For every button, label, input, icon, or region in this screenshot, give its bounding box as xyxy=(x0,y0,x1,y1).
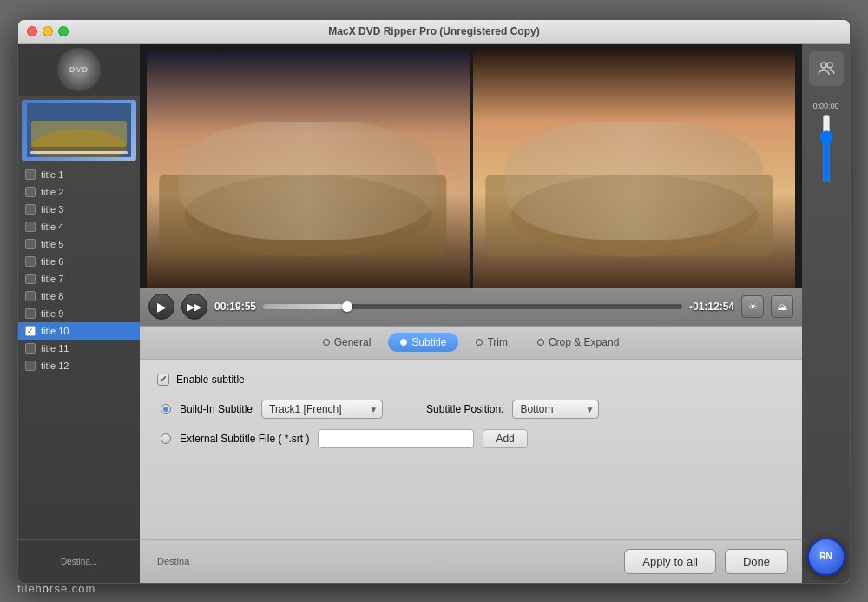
title-checkbox-1[interactable] xyxy=(25,169,36,180)
play-button[interactable]: ▶ xyxy=(148,294,174,320)
current-time: 00:19:55 xyxy=(214,301,256,313)
title-checkbox-2[interactable] xyxy=(25,187,36,197)
tab-dot-general xyxy=(323,339,330,346)
svg-rect-8 xyxy=(485,174,773,256)
title-label-11: title 11 xyxy=(41,343,69,354)
title-item-8[interactable]: title 8 xyxy=(18,288,140,305)
svg-point-9 xyxy=(821,63,826,68)
builtin-row: Build-In Subtitle Track1 [French] Track2… xyxy=(161,400,785,419)
add-button[interactable]: Add xyxy=(483,429,527,448)
tab-label-crop_expand: Crop & Expand xyxy=(549,336,619,348)
enable-subtitle-row: Enable subtitle xyxy=(157,374,785,386)
title-item-6[interactable]: title 6 xyxy=(18,253,140,270)
rip-button[interactable]: RN xyxy=(807,538,845,576)
position-label: Subtitle Position: xyxy=(426,403,503,415)
title-checkbox-4[interactable] xyxy=(25,222,36,232)
external-subtitle-input[interactable] xyxy=(318,429,474,448)
enable-subtitle-label: Enable subtitle xyxy=(176,374,245,386)
remaining-time: -01:12:54 xyxy=(689,301,734,313)
title-item-11[interactable]: title 11 xyxy=(18,340,140,357)
subtitle-options: Build-In Subtitle Track1 [French] Track2… xyxy=(157,400,785,448)
external-subtitle-row: External Subtitle File ( *.srt ) Add xyxy=(161,429,785,448)
close-button[interactable] xyxy=(27,26,37,36)
svg-rect-5 xyxy=(159,174,446,256)
titlebar: MacX DVD Ripper Pro (Unregistered Copy) xyxy=(18,20,850,44)
title-item-1[interactable]: title 1 xyxy=(18,166,140,183)
apply-to-all-button[interactable]: Apply to all xyxy=(624,549,716,574)
title-item-7[interactable]: title 7 xyxy=(18,270,140,288)
title-list: title 1title 2title 3title 4title 5title… xyxy=(18,164,140,539)
title-checkbox-7[interactable] xyxy=(25,274,36,284)
tabs-bar: GeneralSubtitleTrimCrop & Expand xyxy=(140,327,802,360)
title-label-12: title 12 xyxy=(41,361,69,371)
tab-general[interactable]: General xyxy=(311,333,384,352)
title-checkbox-3[interactable] xyxy=(25,204,36,215)
thumbnail[interactable] xyxy=(22,100,136,161)
position-dropdown-wrapper: Bottom Top Center ▼ xyxy=(512,400,599,419)
brightness-button[interactable]: ☀ xyxy=(741,295,764,318)
tab-crop_expand[interactable]: Crop & Expand xyxy=(525,333,631,352)
title-checkbox-12[interactable] xyxy=(25,361,36,371)
tab-dot-trim xyxy=(476,339,483,346)
position-dropdown[interactable]: Bottom Top Center xyxy=(512,400,599,419)
volume-slider[interactable] xyxy=(818,114,835,183)
video-scene-right xyxy=(473,51,796,288)
dvd-icon: DVD xyxy=(57,48,101,91)
progress-thumb[interactable] xyxy=(342,301,352,312)
content-panel: Enable subtitle Build-In Subtitle Track1… xyxy=(140,360,802,539)
progress-fill xyxy=(263,304,347,309)
minimize-button[interactable] xyxy=(43,26,53,36)
title-item-9[interactable]: title 9 xyxy=(18,305,140,322)
title-item-3[interactable]: title 3 xyxy=(18,201,140,218)
tab-dot-crop_expand xyxy=(537,339,544,346)
title-label-3: title 3 xyxy=(41,204,63,215)
external-radio[interactable] xyxy=(161,433,171,444)
enable-subtitle-checkbox[interactable] xyxy=(157,374,169,386)
main-content: DVD title 1title 2title 3title 4title 5t… xyxy=(18,44,850,583)
title-label-4: title 4 xyxy=(41,222,63,232)
progress-bar[interactable] xyxy=(263,304,682,309)
title-label-7: title 7 xyxy=(41,274,63,284)
subtitle-panel: Enable subtitle Build-In Subtitle Track1… xyxy=(157,374,785,448)
video-pane-left xyxy=(147,51,470,288)
title-checkbox-8[interactable] xyxy=(25,291,36,301)
title-item-12[interactable]: title 12 xyxy=(18,357,140,374)
title-item-4[interactable]: title 4 xyxy=(18,218,140,235)
right-panel: ▶ ▶▶ 00:19:55 -01:12:54 ☀ ⛰ GeneralSubti… xyxy=(140,44,802,583)
destination-bar: Destina... xyxy=(18,539,140,583)
destination-text: Destina xyxy=(157,556,189,566)
track-dropdown-wrapper: Track1 [French] Track2 [English] Track3 … xyxy=(261,400,383,419)
window-title: MacX DVD Ripper Pro (Unregistered Copy) xyxy=(328,25,539,37)
title-label-2: title 2 xyxy=(41,187,63,197)
title-checkbox-9[interactable] xyxy=(25,308,36,319)
builtin-label: Build-In Subtitle xyxy=(180,403,253,415)
video-scene-left xyxy=(147,51,470,288)
title-item-10[interactable]: title 10 xyxy=(18,322,140,340)
svg-rect-2 xyxy=(31,121,127,147)
title-label-8: title 8 xyxy=(41,291,63,301)
video-area xyxy=(140,44,802,288)
time-display-right: 0:00:00 xyxy=(812,102,838,110)
title-checkbox-10[interactable] xyxy=(25,326,36,336)
done-button[interactable]: Done xyxy=(725,549,788,574)
title-item-5[interactable]: title 5 xyxy=(18,235,140,253)
tab-label-trim: Trim xyxy=(487,336,508,348)
title-checkbox-6[interactable] xyxy=(25,256,36,267)
title-checkbox-5[interactable] xyxy=(25,239,36,249)
track-dropdown[interactable]: Track1 [French] Track2 [English] Track3 … xyxy=(261,400,383,419)
tab-trim[interactable]: Trim xyxy=(464,333,520,352)
users-icon[interactable] xyxy=(809,51,844,86)
maximize-button[interactable] xyxy=(58,26,69,36)
tab-subtitle[interactable]: Subtitle xyxy=(388,333,458,352)
far-right-sidebar: 0:00:00 RN xyxy=(802,44,850,583)
builtin-radio[interactable] xyxy=(161,404,171,414)
title-checkbox-11[interactable] xyxy=(25,343,36,354)
title-label-5: title 5 xyxy=(41,239,63,249)
video-pane-right xyxy=(473,51,796,288)
title-label-1: title 1 xyxy=(41,169,63,180)
settings-button[interactable]: ⛰ xyxy=(771,295,793,318)
fast-forward-button[interactable]: ▶▶ xyxy=(181,294,207,320)
title-item-2[interactable]: title 2 xyxy=(18,183,140,201)
thumb-progress xyxy=(30,151,128,154)
tab-label-subtitle: Subtitle xyxy=(411,336,446,348)
